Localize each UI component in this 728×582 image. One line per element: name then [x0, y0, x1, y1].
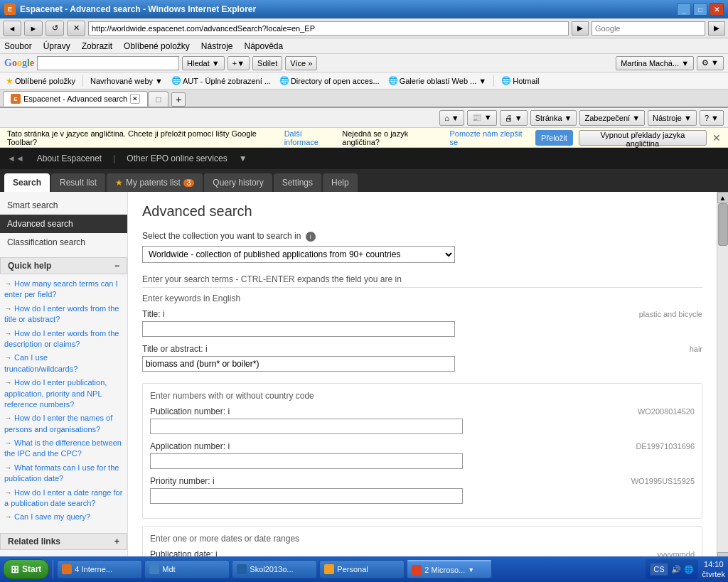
- priority-number-info-icon[interactable]: i: [213, 476, 215, 486]
- scroll-up-button[interactable]: ▲: [717, 192, 729, 203]
- new-tab-button[interactable]: +: [171, 92, 186, 107]
- microso-taskbar-icon: [412, 565, 422, 575]
- close-button[interactable]: ✕: [710, 3, 724, 16]
- taskbar-btn-mdt[interactable]: Mdt: [144, 560, 230, 578]
- vice-button[interactable]: Více »: [285, 56, 317, 70]
- quick-help-link-5[interactable]: How do I enter the names of persons and …: [4, 411, 123, 436]
- tab-espacenet[interactable]: E Espacenet - Advanced search ✕: [3, 91, 148, 107]
- tab-new[interactable]: □: [148, 91, 168, 107]
- page-button[interactable]: Stránka ▼: [530, 110, 577, 126]
- search-input[interactable]: [592, 21, 705, 36]
- forward-button[interactable]: ►: [24, 21, 43, 36]
- sidebar-related-section: Related links +: [0, 533, 127, 550]
- title-abstract-info-icon[interactable]: i: [205, 344, 208, 354]
- menu-upravy[interactable]: Úpravy: [43, 41, 70, 51]
- help-button[interactable]: ? ▼: [700, 110, 724, 126]
- user-button[interactable]: Martina Machá... ▼: [616, 56, 694, 70]
- menu-soubor[interactable]: Soubor: [4, 41, 32, 51]
- bookmark-navrhov[interactable]: Navrhované weby ▼: [87, 75, 166, 87]
- windows-logo: ⊞: [11, 564, 19, 575]
- application-number-input[interactable]: [150, 453, 463, 469]
- quick-help-link-2[interactable]: How do I enter words from the descriptio…: [4, 327, 123, 352]
- dismiss-translate-button[interactable]: Vypnout překlady jazyka angličtina: [579, 130, 707, 146]
- translate-close-icon[interactable]: ✕: [712, 132, 721, 144]
- title-input[interactable]: [142, 321, 455, 337]
- topnav-other-epo[interactable]: Other EPO online services: [127, 153, 227, 163]
- collection-select[interactable]: Worldwide - collection of published appl…: [142, 246, 455, 263]
- menu-nastroje[interactable]: Nástroje: [201, 41, 233, 51]
- sidebar-item-advanced-search[interactable]: Advanced search: [0, 215, 127, 233]
- pub-number-info-icon[interactable]: i: [228, 406, 230, 416]
- translate-button[interactable]: Přeložit: [535, 130, 573, 146]
- ep-tab-queryhistory[interactable]: Query history: [204, 173, 272, 192]
- quick-help-link-9[interactable]: Can I save my query?: [4, 510, 123, 524]
- go-button[interactable]: ►: [572, 21, 589, 36]
- sidebar-item-classification-search[interactable]: Classification search: [0, 233, 127, 252]
- sdilet-button[interactable]: Sdílet: [252, 56, 282, 70]
- taskbar-btn-microso-dropdown[interactable]: ▼: [468, 566, 474, 573]
- back-button[interactable]: ◄: [3, 21, 21, 36]
- sidebar-item-smart-search[interactable]: Smart search: [0, 196, 127, 215]
- taskbar-btn-microso[interactable]: 2 Microso... ▼: [407, 560, 492, 578]
- tab-close-button[interactable]: ✕: [130, 94, 140, 104]
- quick-help-link-6[interactable]: What is the difference between the IPC a…: [4, 436, 123, 461]
- google-search-input[interactable]: [37, 56, 179, 70]
- scroll-track[interactable]: [717, 203, 729, 552]
- home-button[interactable]: ⌂ ▼: [439, 110, 464, 126]
- quick-help-link-3[interactable]: Can I use truncation/wildcards?: [4, 351, 123, 376]
- priority-number-input[interactable]: [150, 488, 463, 504]
- topnav-dropdown-icon[interactable]: ▼: [239, 153, 247, 163]
- tools-button[interactable]: Nástroje ▼: [648, 110, 697, 126]
- feed-button[interactable]: 📰 ▼: [467, 110, 497, 126]
- app-number-info-icon[interactable]: i: [228, 441, 230, 451]
- lang-indicator[interactable]: CS: [650, 563, 668, 576]
- bookmark-directory[interactable]: 🌐 Directory of open acces...: [277, 75, 382, 87]
- taskbar-btn-skol[interactable]: Skol2013o...: [232, 560, 317, 578]
- nav-arrows-icon: ◄◄: [7, 153, 24, 163]
- quick-help-link-1[interactable]: How do I enter words from the title or a…: [4, 302, 123, 327]
- sidebar-quick-help-header[interactable]: Quick help −: [0, 257, 127, 274]
- ep-tab-mypatents[interactable]: ★ My patents list 3: [107, 173, 203, 192]
- more-info-link[interactable]: Další informace: [284, 129, 337, 146]
- bookmark-hotmail[interactable]: 🌐 Hotmail: [498, 75, 542, 87]
- topnav-about[interactable]: About Espacenet: [37, 153, 102, 163]
- collection-info-icon[interactable]: i: [306, 232, 316, 242]
- print-button[interactable]: 🖨 ▼: [500, 110, 528, 126]
- minimize-button[interactable]: _: [677, 3, 691, 16]
- taskbar-btn-internet[interactable]: 4 Interne...: [57, 560, 142, 578]
- refresh-button[interactable]: ↺: [46, 21, 64, 36]
- sidebar-related-header[interactable]: Related links +: [0, 533, 127, 550]
- scroll-thumb[interactable]: [718, 203, 728, 246]
- title-bar: E Espacenet - Advanced search - Windows …: [0, 0, 728, 18]
- hledat-button[interactable]: Hledat ▼: [182, 56, 225, 70]
- taskbar-btn-personal[interactable]: Personal: [319, 560, 405, 578]
- ep-tab-search[interactable]: Search: [4, 173, 50, 192]
- menu-oblibene[interactable]: Oblíbené položky: [124, 41, 190, 51]
- start-button[interactable]: ⊞ Start: [3, 559, 49, 579]
- quick-help-link-7[interactable]: What formats can I use for the publicati…: [4, 461, 123, 486]
- ep-tab-help[interactable]: Help: [323, 173, 358, 192]
- title-abstract-input[interactable]: [142, 356, 455, 372]
- quick-help-link-4[interactable]: How do I enter publication, application,…: [4, 376, 123, 411]
- bookmark-aut[interactable]: 🌐 AUT - Úplné zobrazení ...: [168, 75, 274, 87]
- menu-zobrazit[interactable]: Zobrazit: [82, 41, 112, 51]
- publication-number-input[interactable]: [150, 419, 463, 434]
- fix-link[interactable]: Pomozte nám zlepšit se: [450, 129, 530, 146]
- ep-tab-result[interactable]: Result list: [51, 173, 105, 192]
- search-go-button[interactable]: ►: [708, 21, 725, 36]
- app-number-header: Application number: i DE19971031696: [150, 441, 695, 451]
- bookmark-oblibene[interactable]: ★ Oblíbené položky: [3, 75, 78, 87]
- quick-help-link-0[interactable]: How many search terms can I enter per fi…: [4, 277, 123, 302]
- toolbar-tools-button[interactable]: ⚙ ▼: [697, 56, 724, 70]
- menu-napoveda[interactable]: Nápověda: [245, 41, 284, 51]
- bookmark-galerie[interactable]: 🌐 Galerie oblastí Web ... ▼: [385, 75, 490, 87]
- stop-button[interactable]: ✕: [67, 21, 85, 36]
- security-button[interactable]: Zabezpečení ▼: [579, 110, 645, 126]
- quick-help-link-8[interactable]: How do I enter a date range for a public…: [4, 486, 123, 511]
- ep-tab-mypatents-label: My patents list: [126, 178, 181, 188]
- title-info-icon[interactable]: i: [163, 309, 165, 319]
- maximize-button[interactable]: □: [693, 3, 707, 16]
- ep-tab-settings[interactable]: Settings: [274, 173, 321, 192]
- plus-button[interactable]: +▼: [228, 56, 250, 70]
- address-input[interactable]: [88, 21, 569, 36]
